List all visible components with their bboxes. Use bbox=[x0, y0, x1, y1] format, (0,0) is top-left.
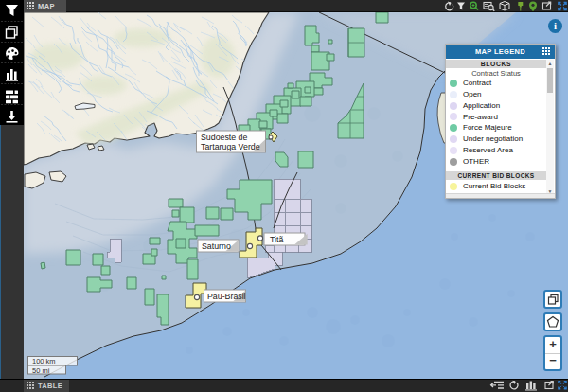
svg-text:Pau-Brasil: Pau-Brasil bbox=[207, 292, 246, 301]
svg-text:Sudoeste de: Sudoeste de bbox=[201, 133, 248, 142]
svg-text:Titã: Titã bbox=[270, 235, 283, 244]
svg-text:100 km: 100 km bbox=[32, 357, 56, 365]
svg-text:50 mi: 50 mi bbox=[32, 366, 50, 375]
svg-text:Tartaruga Verde: Tartaruga Verde bbox=[201, 142, 260, 151]
svg-text:Saturno: Saturno bbox=[202, 241, 231, 251]
